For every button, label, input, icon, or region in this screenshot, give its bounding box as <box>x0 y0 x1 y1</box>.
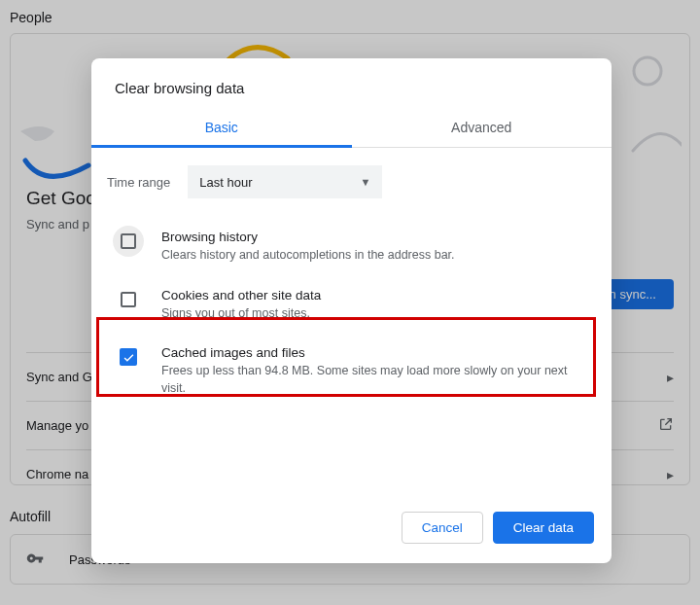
options-list: Browsing history Clears history and auto… <box>107 216 596 407</box>
time-range-row: Time range Last hour ▼ <box>107 165 596 198</box>
dialog-title: Clear browsing data <box>91 58 612 110</box>
time-range-label: Time range <box>107 175 170 190</box>
cancel-button[interactable]: Cancel <box>402 512 483 544</box>
dropdown-arrow-icon: ▼ <box>360 176 370 188</box>
dialog-actions: Cancel Clear data <box>91 498 612 563</box>
checkbox-unchecked-icon <box>121 233 136 249</box>
checkbox-browsing-history[interactable] <box>113 226 144 257</box>
checkbox-cache[interactable] <box>113 341 144 373</box>
option-title: Browsing history <box>161 230 455 244</box>
time-range-value: Last hour <box>199 175 252 190</box>
option-desc: Signs you out of most sites. <box>161 305 321 323</box>
dialog-tabs: Basic Advanced <box>91 110 612 148</box>
option-desc: Frees up less than 94.8 MB. Some sites m… <box>161 363 590 397</box>
time-range-select[interactable]: Last hour ▼ <box>188 165 382 198</box>
dialog-body: Time range Last hour ▼ Browsing history … <box>91 148 612 410</box>
clear-data-button[interactable]: Clear data <box>493 512 594 544</box>
checkbox-cookies[interactable] <box>113 284 144 315</box>
checkbox-checked-icon <box>120 348 137 366</box>
option-browsing-history[interactable]: Browsing history Clears history and auto… <box>107 216 596 274</box>
option-cache[interactable]: Cached images and files Frees up less th… <box>107 332 596 407</box>
checkbox-unchecked-icon <box>121 292 136 307</box>
option-desc: Clears history and autocompletions in th… <box>161 247 455 265</box>
tab-advanced[interactable]: Advanced <box>352 110 612 147</box>
option-cookies[interactable]: Cookies and other site data Signs you ou… <box>107 274 596 333</box>
tab-basic[interactable]: Basic <box>91 110 352 147</box>
option-title: Cached images and files <box>161 345 590 360</box>
option-title: Cookies and other site data <box>161 288 321 302</box>
clear-browsing-data-dialog: Clear browsing data Basic Advanced Time … <box>91 58 612 563</box>
